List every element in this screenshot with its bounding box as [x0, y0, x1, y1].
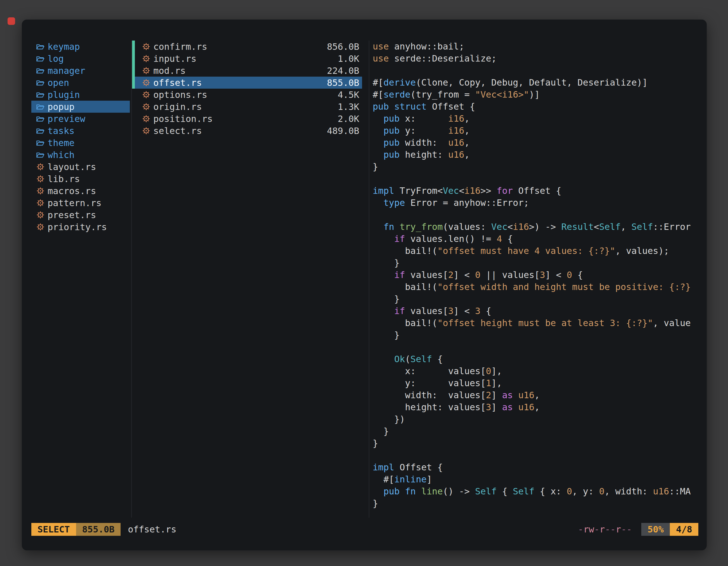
rust-file-icon	[36, 223, 45, 231]
file-row-position-rs[interactable]: position.rs2.0K	[132, 113, 362, 125]
entry-label: preview	[48, 114, 85, 124]
code-line: if values[3] < 3 {	[373, 305, 701, 317]
entry-label: plugin	[48, 90, 80, 100]
code-line: bail!("offset width and height must be p…	[373, 281, 701, 293]
rust-file-icon	[36, 187, 45, 195]
file-row-origin-rs[interactable]: origin.rs1.3K	[132, 101, 362, 113]
dir-item-plugin[interactable]: plugin	[31, 89, 130, 101]
folder-open-icon	[36, 91, 45, 98]
dir-item-open[interactable]: open	[31, 77, 130, 89]
file-item-pattern-rs[interactable]: pattern.rs	[31, 197, 130, 209]
file-item-preset-rs[interactable]: preset.rs	[31, 209, 130, 221]
rust-file-icon	[142, 91, 151, 98]
dir-item-log[interactable]: log	[31, 53, 130, 65]
file-size: 489.0B	[327, 126, 359, 136]
code-line: Ok(Self {	[373, 353, 701, 365]
code-line: pub fn line() -> Self { Self { x: 0, y: …	[373, 485, 701, 497]
rust-file-icon	[142, 115, 151, 123]
file-row-select-rs[interactable]: select.rs489.0B	[132, 125, 362, 137]
selection-marker	[132, 77, 135, 89]
file-name: offset.rs	[153, 78, 202, 88]
dir-item-popup[interactable]: popup	[31, 101, 130, 113]
code-line: pub y: i16,	[373, 125, 701, 137]
code-line: pub x: i16,	[373, 113, 701, 125]
status-bar: SELECT 855.0B offset.rs -rw-r--r-- 50% 4…	[31, 523, 698, 536]
file-row-input-rs[interactable]: input.rs1.0K	[132, 53, 362, 65]
folder-open-icon	[36, 152, 45, 158]
code-line: type Error = anyhow::Error;	[373, 197, 701, 209]
code-line	[373, 341, 701, 353]
file-row-mod-rs[interactable]: mod.rs224.0B	[132, 65, 362, 77]
entry-label: popup	[48, 102, 74, 112]
code-line: height: values[3] as u16,	[373, 401, 701, 413]
file-name: select.rs	[153, 126, 202, 136]
recording-indicator-dot	[8, 17, 15, 25]
selection-marker	[132, 41, 135, 53]
mode-badge: SELECT	[31, 523, 76, 536]
file-row-offset-rs[interactable]: offset.rs855.0B	[132, 77, 362, 89]
code-line: }	[373, 425, 701, 437]
rust-file-icon	[142, 67, 151, 74]
rust-file-icon	[36, 163, 45, 171]
code-line: fn try_from(values: Vec<i16>) -> Result<…	[373, 221, 701, 233]
entry-label: lib.rs	[48, 174, 80, 184]
file-name: confirm.rs	[153, 41, 207, 52]
file-size: 855.0B	[327, 78, 359, 88]
entry-label: macros.rs	[48, 186, 96, 196]
file-size: 1.0K	[338, 53, 359, 64]
file-row-options-rs[interactable]: options.rs4.5K	[132, 89, 362, 101]
code-line: pub width: u16,	[373, 137, 701, 149]
rust-file-icon	[36, 175, 45, 183]
code-line: })	[373, 413, 701, 425]
entry-label: pattern.rs	[48, 198, 102, 208]
code-line: }	[373, 257, 701, 269]
file-manager-window: keymaplogmanageropenpluginpopuppreviewta…	[22, 20, 707, 550]
rust-file-icon	[142, 127, 151, 135]
dir-item-tasks[interactable]: tasks	[31, 125, 130, 137]
folder-open-icon	[36, 116, 45, 122]
code-line: x: values[0],	[373, 365, 701, 377]
folder-open-icon	[36, 140, 45, 146]
file-row-confirm-rs[interactable]: confirm.rs856.0B	[132, 41, 362, 53]
file-name: options.rs	[153, 90, 207, 100]
code-line: if values[2] < 0 || values[3] < 0 {	[373, 269, 701, 281]
preview-percent-badge: 50%	[641, 523, 670, 536]
file-size: 4.5K	[338, 90, 359, 100]
code-line: bail!("offset must have 4 values: {:?}",…	[373, 245, 701, 257]
selected-size-badge: 855.0B	[76, 523, 121, 536]
file-item-lib-rs[interactable]: lib.rs	[31, 173, 130, 185]
code-line: y: values[1],	[373, 377, 701, 389]
code-line	[373, 209, 701, 221]
code-line: }	[373, 329, 701, 341]
code-line: pub height: u16,	[373, 149, 701, 161]
selection-marker	[132, 53, 135, 65]
code-line: impl Offset {	[373, 461, 701, 473]
dir-item-which[interactable]: which	[31, 149, 130, 161]
file-item-layout-rs[interactable]: layout.rs	[31, 161, 130, 173]
dir-item-theme[interactable]: theme	[31, 137, 130, 149]
code-line: #[derive(Clone, Copy, Debug, Default, De…	[373, 77, 701, 89]
dir-item-preview[interactable]: preview	[31, 113, 130, 125]
file-size: 1.3K	[338, 102, 359, 112]
file-name: mod.rs	[153, 65, 186, 76]
code-line: width: values[2] as u16,	[373, 389, 701, 401]
code-line: #[serde(try_from = "Vec<i16>")]	[373, 89, 701, 101]
file-name: input.rs	[153, 53, 196, 64]
code-line	[373, 173, 701, 185]
entry-label: log	[48, 53, 64, 64]
file-item-priority-rs[interactable]: priority.rs	[31, 221, 130, 233]
position-indicator-badge: 4/8	[670, 523, 698, 536]
status-bar-right: -rw-r--r-- 50% 4/8	[578, 523, 698, 536]
hovered-filename: offset.rs	[128, 524, 176, 535]
folder-open-icon	[36, 55, 45, 62]
file-item-macros-rs[interactable]: macros.rs	[31, 185, 130, 197]
dir-item-manager[interactable]: manager	[31, 65, 130, 77]
entry-label: keymap	[48, 41, 80, 52]
rust-file-icon	[142, 103, 151, 111]
file-size: 856.0B	[327, 41, 359, 52]
pane-divider-left	[131, 41, 132, 518]
parent-pane: keymaplogmanageropenpluginpopuppreviewta…	[31, 41, 130, 233]
dir-item-keymap[interactable]: keymap	[31, 41, 130, 53]
code-line: }	[373, 437, 701, 449]
code-line: use serde::Deserialize;	[373, 53, 701, 65]
